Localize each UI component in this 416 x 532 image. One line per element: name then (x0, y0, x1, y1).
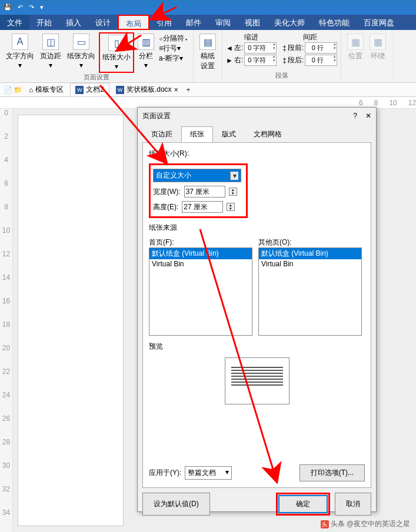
paper-size-select[interactable]: 自定义大小▾ (153, 169, 241, 182)
size-highlight-box: 自定义大小▾ 宽度(W): ▴▾ 高度(E): ▴▾ (149, 163, 248, 218)
ok-button[interactable]: 确定 (278, 495, 328, 513)
dialog-title: 页面设置 (142, 111, 171, 121)
tab-doc2[interactable]: W文档2 (70, 83, 109, 96)
quick-access-toolbar: 💾 ↶ ↷ ▾ (0, 0, 416, 15)
menu-home[interactable]: 开始 (29, 15, 59, 30)
columns-button[interactable]: ▥分栏▾ (135, 32, 157, 73)
height-spinner[interactable]: ▴▾ (227, 203, 235, 211)
height-input[interactable] (182, 201, 223, 213)
orientation-button[interactable]: ▭纸张方向▾ (65, 32, 98, 73)
menu-design[interactable]: 设计 (88, 15, 118, 30)
paper-source-label: 纸张来源 (149, 223, 365, 233)
spacing-label: 间距 (282, 32, 337, 42)
width-input[interactable] (184, 186, 225, 198)
tab-award[interactable]: W奖状模板.docx× (111, 83, 184, 96)
wrap-button: ▦环绕 (367, 32, 388, 62)
folder-icon[interactable]: 📄 (4, 86, 12, 94)
cancel-button[interactable]: 取消 (335, 493, 371, 516)
chevron-down-icon: ▾ (225, 468, 229, 478)
indent-right-input[interactable]: 0 字符 (244, 55, 277, 66)
print-options-button[interactable]: 打印选项(T)... (299, 464, 365, 481)
menu-review[interactable]: 审阅 (208, 15, 238, 30)
redo-icon[interactable]: ↷ (29, 4, 34, 11)
menu-insert[interactable]: 插入 (59, 15, 88, 30)
paragraph-group-label: 段落 (226, 71, 337, 80)
preview-label: 预览 (149, 342, 365, 352)
apply-to-select[interactable]: 整篇文档▾ (185, 466, 232, 480)
menu-special[interactable]: 特色功能 (312, 15, 357, 30)
other-pages-listbox[interactable]: 默认纸盒 (Virtual Bin) Virtual Bin (258, 247, 362, 336)
dialog-tabs: 页边距 纸张 版式 文档网格 (138, 124, 376, 142)
breaks-button[interactable]: ⬦分隔符▾ (159, 34, 188, 44)
page-setup-group-label: 页面设置 (4, 73, 189, 82)
page-setup-dialog: 页面设置 ? ✕ 页边距 纸张 版式 文档网格 纸张大小(R): 自定义大小▾ … (137, 107, 377, 512)
draft-button[interactable]: ▤稿纸设置 (197, 32, 218, 72)
margins-button[interactable]: ◫页边距▾ (38, 32, 64, 73)
menu-ref[interactable]: 引用 (149, 15, 179, 30)
indent-left-input[interactable]: 0 字符 (244, 42, 277, 53)
position-button: ▦位置 (345, 32, 366, 62)
vertical-ruler: 0246810121416182022242628303234 (0, 109, 13, 532)
more-icon[interactable]: ▾ (40, 4, 44, 11)
hyphenation-button[interactable]: a-断字▾ (159, 53, 188, 63)
menu-layout[interactable]: 布局 (118, 15, 149, 30)
indent-label: 缩进 (226, 32, 277, 42)
save-icon[interactable]: 💾 (4, 4, 12, 11)
line-numbers-button[interactable]: ≡行号▾ (159, 44, 188, 53)
text-direction-button[interactable]: A文字方向▾ (4, 32, 36, 73)
dtab-margin[interactable]: 页边距 (142, 126, 181, 142)
menu-baidu[interactable]: 百度网盘 (357, 15, 401, 30)
chevron-down-icon: ▾ (230, 172, 238, 180)
space-after-input[interactable]: 0 行 (305, 55, 337, 66)
ribbon: A文字方向▾ ◫页边距▾ ▭纸张方向▾ ▯纸张大小▾ ▥分栏▾ ⬦分隔符▾ ≡行… (0, 30, 416, 83)
menu-file[interactable]: 文件 (0, 15, 29, 30)
add-tab-icon[interactable]: ＋ (185, 85, 192, 95)
paper-size-button[interactable]: ▯纸张大小▾ (99, 32, 134, 73)
width-spinner[interactable]: ▴▾ (229, 188, 237, 196)
dtab-layout[interactable]: 版式 (213, 126, 245, 142)
preview-box (225, 357, 289, 404)
help-icon[interactable]: ? (353, 112, 357, 120)
paper-size-label: 纸张大小(R): (149, 149, 365, 159)
close-icon[interactable]: × (174, 86, 178, 94)
set-default-button[interactable]: 设为默认值(D) (142, 493, 210, 516)
folder-icon[interactable]: 📁 (14, 86, 22, 94)
document-tabs: 📄 📁 ⌂模板专区 W文档2 W奖状模板.docx× ＋ (0, 83, 416, 97)
menu-bar: 文件 开始 插入 设计 布局 引用 邮件 审阅 视图 美化大师 特色功能 百度网… (0, 15, 416, 30)
first-page-listbox[interactable]: 默认纸盒 (Virtual Bin) Virtual Bin (149, 247, 252, 336)
dtab-paper[interactable]: 纸张 (181, 126, 213, 142)
tab-templates[interactable]: ⌂模板专区 (24, 83, 69, 96)
undo-icon[interactable]: ↶ (18, 4, 23, 11)
menu-beauty[interactable]: 美化大师 (267, 15, 312, 30)
attribution: 头 头条 @夜空中的英语之星 (321, 519, 410, 529)
menu-mail[interactable]: 邮件 (179, 15, 208, 30)
menu-view[interactable]: 视图 (238, 15, 267, 30)
close-icon[interactable]: ✕ (365, 112, 371, 120)
page-canvas[interactable] (18, 115, 124, 526)
dtab-grid[interactable]: 文档网格 (245, 126, 291, 142)
space-before-input[interactable]: 0 行 (305, 42, 337, 53)
